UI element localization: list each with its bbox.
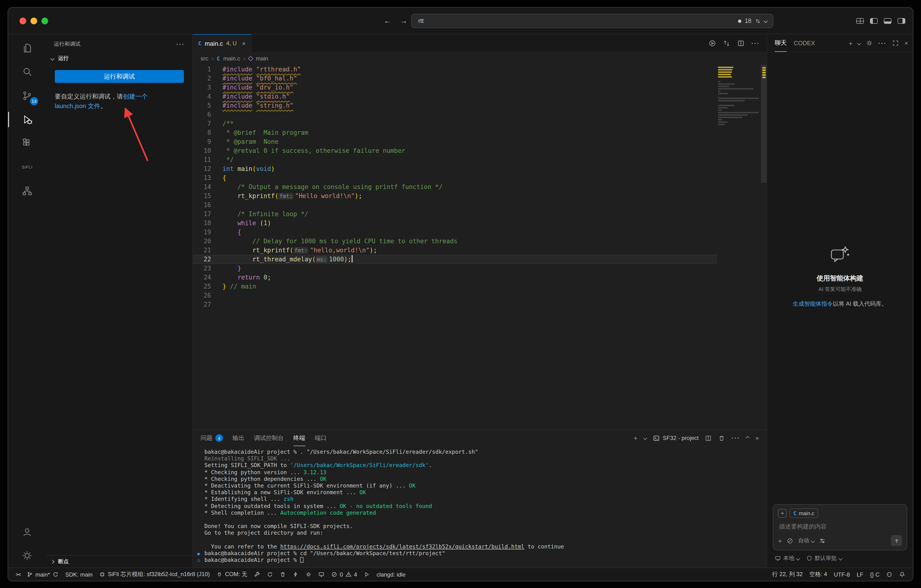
remote-indicator[interactable]: ><: [13, 571, 23, 578]
notifications-button[interactable]: [896, 571, 908, 578]
terminal-output[interactable]: bakac@bakacaideAir project % . "/Users/b…: [193, 446, 766, 567]
chip-module-status[interactable]: SiFli 芯片模组: sf32lb52-lcd_n16r8 (J10): [96, 570, 213, 578]
toggle-panel-icon[interactable]: [884, 18, 892, 24]
customize-layout-icon[interactable]: [856, 18, 864, 24]
tab-main-c[interactable]: C main.c 4, U ×: [193, 34, 251, 52]
rebuild-button[interactable]: [264, 571, 276, 578]
close-panel-icon[interactable]: ×: [755, 434, 759, 442]
run-section-header[interactable]: 运行: [46, 52, 192, 64]
code-line[interactable]: 26: [193, 291, 717, 300]
chat-menu-chevron-icon[interactable]: [857, 41, 861, 45]
close-tab-icon[interactable]: ×: [242, 40, 246, 47]
split-terminal-icon[interactable]: [705, 434, 712, 442]
tab-output[interactable]: 输出: [233, 430, 244, 446]
sidebar-item-run-debug[interactable]: [8, 107, 46, 132]
breadcrumb-src[interactable]: src: [200, 55, 208, 62]
new-chat-button[interactable]: +: [849, 39, 853, 47]
generate-instructions-link[interactable]: 生成智能体指令: [793, 300, 833, 307]
code-line[interactable]: 16: [193, 200, 717, 210]
launch-json-link[interactable]: launch.json 文件: [55, 102, 100, 109]
code-line[interactable]: 4#include "stdio.h": [193, 92, 717, 101]
account-button[interactable]: [8, 520, 46, 544]
toggle-secondary-sidebar-icon[interactable]: [898, 18, 905, 24]
flash-download-button[interactable]: [290, 571, 302, 578]
code-line[interactable]: 22 rt_thread_mdelay(ms:1000);: [193, 255, 717, 264]
cursor-position[interactable]: 行 22, 列 32: [769, 570, 805, 578]
com-port-status[interactable]: COM: 无: [214, 570, 250, 578]
command-center[interactable]: rtt 18: [411, 14, 773, 28]
code-editor[interactable]: 1#include "rtthread.h"2#include "bf0_hal…: [193, 65, 766, 429]
code-line[interactable]: 9 * @param None: [193, 137, 717, 146]
sdk-status[interactable]: SDK: main: [62, 571, 96, 578]
add-context-button[interactable]: +: [778, 509, 787, 518]
overview-ruler[interactable]: [761, 65, 766, 429]
code-line[interactable]: 17 /* Infinite loop */: [193, 210, 717, 219]
sidebar-item-explorer[interactable]: [8, 36, 46, 60]
tab-chat[interactable]: 聊天: [775, 34, 787, 52]
settings-button[interactable]: [8, 544, 46, 567]
minimap[interactable]: [718, 67, 761, 131]
more-actions-icon[interactable]: ···: [176, 41, 185, 47]
sliders-icon[interactable]: [819, 537, 826, 544]
code-line[interactable]: 21 rt_kprintf(fmt:"hello,world!\n");: [193, 246, 717, 255]
git-branch-status[interactable]: main*: [24, 571, 62, 578]
more-actions-icon[interactable]: ···: [752, 40, 760, 46]
breadcrumb-symbol[interactable]: main: [256, 55, 268, 62]
eol-selector[interactable]: LF: [854, 571, 866, 578]
code-line[interactable]: 13{: [193, 173, 717, 182]
expand-chat-icon[interactable]: [892, 39, 899, 47]
tab-ports[interactable]: 端口: [315, 430, 327, 446]
close-window-button[interactable]: [20, 18, 26, 24]
code-line[interactable]: 20 // Delay for 1000 ms to yield CPU tim…: [193, 237, 717, 246]
code-line[interactable]: 8 * @brief Main program: [193, 128, 717, 137]
scrollbar-thumb[interactable]: [761, 65, 766, 183]
new-terminal-button[interactable]: +: [634, 434, 638, 442]
code-line[interactable]: 3#include "drv_io.h": [193, 83, 717, 92]
code-line[interactable]: 23 }: [193, 264, 717, 273]
code-line[interactable]: 19 {: [193, 227, 717, 237]
copilot-status[interactable]: [884, 571, 895, 578]
forward-button[interactable]: →: [400, 16, 407, 25]
clean-button[interactable]: [277, 571, 289, 578]
model-picker[interactable]: 自动: [798, 537, 814, 544]
tab-terminal[interactable]: 终端: [293, 430, 305, 446]
terminal-list-item[interactable]: SF32 - project: [653, 434, 699, 442]
attach-button[interactable]: +: [778, 537, 782, 544]
indentation[interactable]: 空格: 4: [806, 570, 830, 578]
approval-picker[interactable]: 默认审批: [806, 555, 842, 562]
chat-settings-icon[interactable]: [866, 39, 873, 47]
command-center-search-value[interactable]: rtt: [412, 18, 738, 24]
run-and-debug-button[interactable]: 运行和调试: [55, 70, 184, 83]
close-chat-icon[interactable]: ×: [905, 39, 908, 47]
maximize-panel-icon[interactable]: [746, 436, 750, 440]
code-line[interactable]: 6: [193, 110, 717, 119]
task-run-button[interactable]: [361, 571, 373, 578]
send-button[interactable]: [891, 535, 902, 546]
back-button[interactable]: ←: [384, 16, 391, 25]
code-line[interactable]: 2#include "bf0_hal.h": [193, 74, 717, 83]
chat-input[interactable]: 描述要构建的内容: [779, 523, 901, 531]
chevron-down-icon[interactable]: [764, 19, 768, 23]
code-line[interactable]: 7/**: [193, 119, 717, 128]
encoding[interactable]: UTF-8: [831, 571, 853, 578]
create-launch-link[interactable]: 创建一个: [123, 93, 148, 100]
more-actions-icon[interactable]: ···: [732, 435, 740, 441]
problems-status[interactable]: 0 4: [328, 571, 360, 578]
tools-icon[interactable]: [787, 537, 793, 544]
code-line[interactable]: 25} // main: [193, 282, 717, 291]
build-button[interactable]: [251, 571, 263, 578]
code-line[interactable]: 5#include "string.h": [193, 101, 717, 110]
clangd-status[interactable]: clangd: idle: [374, 571, 408, 578]
sidebar-item-source-control[interactable]: 14: [8, 84, 46, 107]
sidebar-item-hierarchy[interactable]: [8, 179, 46, 203]
code-line[interactable]: 27: [193, 300, 717, 309]
breadcrumb-file[interactable]: main.c: [223, 55, 240, 62]
tool-settings-button[interactable]: [303, 571, 314, 578]
context-chip-main-c[interactable]: C main.c: [789, 508, 818, 518]
code-line[interactable]: 10 * @retval 0 if success, otherwise fai…: [193, 146, 717, 155]
chat-composer[interactable]: + C main.c 描述要构建的内容 + 自动: [773, 504, 907, 551]
code-line[interactable]: 15 rt_kprintf(fmt:"Hello world!\n");: [193, 192, 717, 200]
code-line[interactable]: 1#include "rtthread.h": [193, 65, 717, 74]
breakpoints-section[interactable]: 断点: [46, 555, 192, 567]
code-line[interactable]: 14 /* Output a message on console using …: [193, 182, 717, 192]
